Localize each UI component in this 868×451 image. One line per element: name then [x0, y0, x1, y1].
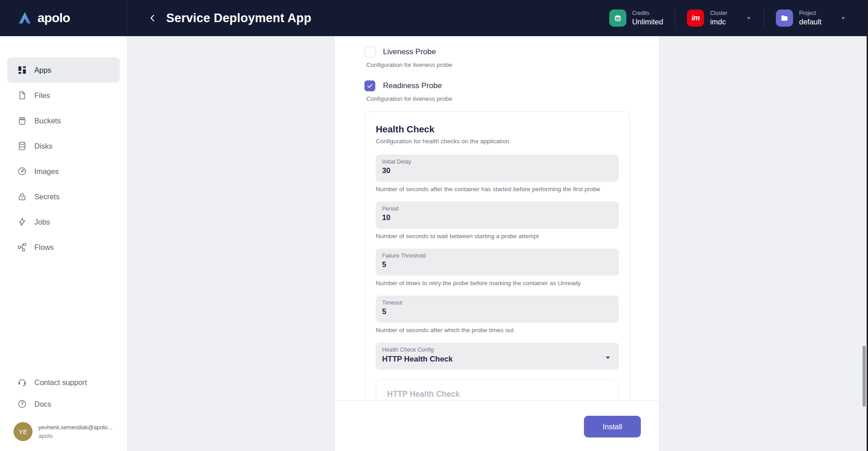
contact-support-link[interactable]: Contact support [7, 371, 120, 393]
chevron-down-icon[interactable] [746, 15, 752, 21]
sidebar-item-jobs[interactable]: Jobs [7, 209, 120, 235]
check-icon [366, 82, 373, 89]
install-button[interactable]: Install [584, 416, 641, 437]
cluster-label: Cluster [710, 10, 727, 16]
cluster-icon: im [687, 9, 704, 27]
failure-threshold-label: Failure Threshold [382, 253, 611, 259]
sidebar-item-label: Images [34, 167, 59, 176]
timeout-input[interactable] [382, 306, 611, 316]
period-input[interactable] [382, 212, 611, 222]
chevron-down-icon [604, 354, 611, 363]
sidebar-item-label: Files [34, 91, 50, 100]
sidebar-item-label: Apps [34, 66, 51, 75]
app-root: apolo Service Deployment App Credits Unl… [0, 0, 868, 451]
sidebar-item-flows[interactable]: Flows [7, 235, 120, 260]
sidebar-item-disks[interactable]: Disks [7, 133, 120, 159]
readiness-probe-label: Readiness Probe [383, 81, 442, 90]
http-health-check-title: HTTP Health Check [387, 390, 607, 399]
sidebar-item-label: Disks [34, 142, 52, 150]
sidebar-item-files[interactable]: Files [7, 83, 120, 108]
bucket-icon [17, 116, 27, 126]
initial-delay-label: Initial Delay [382, 159, 611, 165]
sidebar-bottom: Contact support ? Docs YE yevhenii.semen… [0, 371, 127, 441]
readiness-probe-checkbox[interactable] [364, 80, 375, 91]
failure-threshold-field[interactable]: Failure Threshold [376, 249, 619, 276]
lock-icon [17, 192, 27, 202]
apolo-logo-icon [18, 11, 32, 25]
period-field[interactable]: Period [376, 202, 619, 229]
health-check-config-label: Health Check Config [382, 347, 611, 353]
user-menu[interactable]: YE yevhenii.semendiak@apolo... apolo [7, 422, 120, 441]
health-check-card: Health Check Configuration for health ch… [364, 111, 630, 400]
sidebar-item-apps[interactable]: Apps [7, 57, 120, 83]
sidebar-item-label: Flows [34, 243, 54, 252]
brand: apolo [0, 0, 127, 36]
project-icon [776, 9, 793, 27]
bolt-icon [17, 217, 27, 227]
user-org: apolo [38, 432, 112, 439]
apps-grid-icon [17, 65, 27, 75]
project-selector[interactable]: Project default [776, 9, 846, 27]
cluster-value: imdc [710, 18, 727, 26]
sidebar-item-buckets[interactable]: Buckets [7, 108, 120, 133]
period-helper: Number of seconds to wait between starti… [376, 233, 619, 240]
sidebar-item-label: Buckets [34, 117, 61, 125]
chevron-left-icon [148, 13, 158, 23]
coins-icon [613, 13, 623, 23]
docs-label: Docs [34, 400, 51, 409]
liveness-probe-label: Liveness Probe [383, 47, 436, 56]
form-scroll-area: Liveness Probe Configuration for livenes… [335, 36, 659, 400]
http-health-check-card: HTTP Health Check [376, 379, 619, 400]
health-check-title: Health Check [376, 124, 619, 135]
install-form-panel: Liveness Probe Configuration for livenes… [334, 36, 659, 451]
flow-nodes-icon [17, 242, 27, 252]
scrollbar-thumb[interactable] [863, 346, 866, 407]
sidebar-item-secrets[interactable]: Secrets [7, 184, 120, 209]
back-button[interactable] [146, 12, 159, 24]
health-check-config-select[interactable]: Health Check Config HTTP Health Check [376, 343, 619, 370]
logo-text: apolo [37, 11, 70, 25]
credits-value: Unlimited [632, 18, 663, 26]
cluster-selector[interactable]: im Cluster imdc [687, 9, 752, 27]
disc-icon [17, 166, 27, 176]
user-email: yevhenii.semendiak@apolo... [38, 424, 112, 431]
chevron-down-icon[interactable] [840, 15, 846, 21]
docs-link[interactable]: ? Docs [7, 393, 120, 415]
timeout-label: Timeout [382, 300, 611, 306]
contact-support-label: Contact support [34, 378, 87, 387]
liveness-probe-checkbox[interactable] [364, 47, 375, 57]
credits-icon [609, 9, 626, 27]
top-bar: apolo Service Deployment App Credits Unl… [0, 0, 868, 36]
timeout-field[interactable]: Timeout [376, 296, 619, 323]
period-label: Period [382, 206, 611, 212]
initial-delay-field[interactable]: Initial Delay [376, 155, 619, 182]
timeout-helper: Number of seconds after which the probe … [376, 327, 619, 334]
project-label: Project [799, 10, 821, 16]
liveness-probe-row: Liveness Probe [364, 47, 630, 57]
failure-threshold-helper: Number of times to retry the probe befor… [376, 280, 619, 287]
page-title: Service Deployment App [166, 11, 312, 25]
form-footer: Install [335, 400, 659, 451]
header-divider [675, 9, 675, 28]
headset-icon [17, 377, 27, 387]
sidebar-item-images[interactable]: Images [7, 159, 120, 184]
failure-threshold-input[interactable] [382, 259, 611, 269]
database-icon [17, 141, 27, 151]
readiness-probe-row: Readiness Probe [364, 80, 630, 91]
sidebar-nav: Apps Files Buckets [0, 36, 127, 260]
readiness-probe-helper: Configuration for liveness probe [366, 95, 630, 102]
sidebar-item-label: Secrets [34, 193, 60, 201]
initial-delay-helper: Number of seconds after the container ha… [376, 186, 619, 193]
liveness-probe-helper: Configuration for liveness probe [366, 61, 630, 68]
avatar: YE [14, 422, 33, 441]
credits-chip: Credits Unlimited [609, 9, 663, 27]
project-value: default [799, 18, 821, 26]
question-circle-icon: ? [17, 399, 27, 409]
file-icon [17, 90, 27, 100]
credits-label: Credits [632, 10, 663, 16]
health-check-config-value: HTTP Health Check [382, 355, 611, 364]
health-check-subtitle: Configuration for health checks on the a… [376, 138, 619, 145]
initial-delay-input[interactable] [382, 165, 611, 175]
folder-icon [780, 14, 789, 23]
sidebar: Apps Files Buckets [0, 36, 127, 451]
